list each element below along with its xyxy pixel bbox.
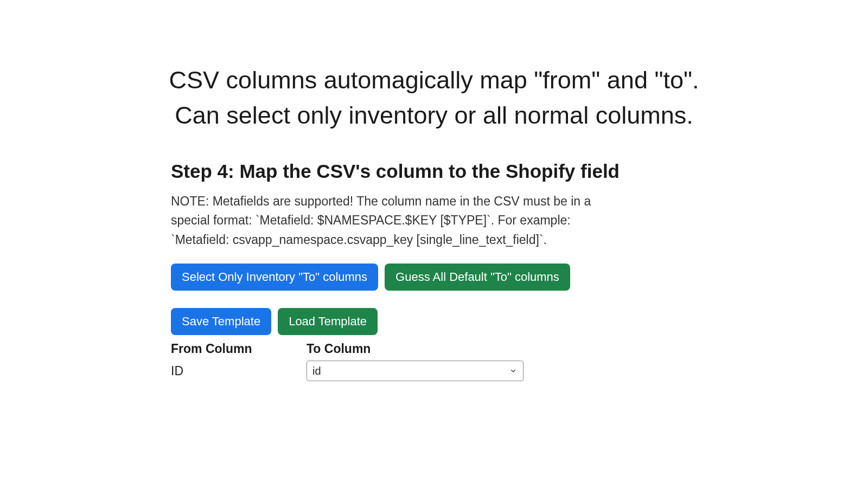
column-header-row: From Column To Column	[171, 342, 697, 356]
caption-line-1: CSV columns automagically map "from" and…	[0, 62, 868, 98]
guess-all-button[interactable]: Guess All Default "To" columns	[385, 264, 570, 291]
to-column-header: To Column	[307, 342, 697, 356]
mapping-panel: Step 4: Map the CSV's column to the Shop…	[171, 160, 697, 382]
step-title: Step 4: Map the CSV's column to the Shop…	[171, 160, 697, 182]
from-column-value: ID	[171, 364, 307, 378]
caption-block: CSV columns automagically map "from" and…	[0, 62, 868, 133]
save-template-button[interactable]: Save Template	[171, 308, 271, 335]
template-action-row: Save Template Load Template	[171, 308, 697, 335]
mapping-action-row: Select Only Inventory "To" columns Guess…	[171, 264, 697, 291]
step-note: NOTE: Metafields are supported! The colu…	[171, 192, 616, 250]
load-template-button[interactable]: Load Template	[278, 308, 378, 335]
from-column-header: From Column	[171, 342, 307, 356]
caption-line-2: Can select only inventory or all normal …	[0, 98, 868, 133]
to-column-select-wrap: id	[307, 361, 524, 381]
table-row: ID id	[171, 361, 697, 381]
select-inventory-button[interactable]: Select Only Inventory "To" columns	[171, 264, 378, 291]
to-column-select[interactable]: id	[307, 361, 524, 381]
